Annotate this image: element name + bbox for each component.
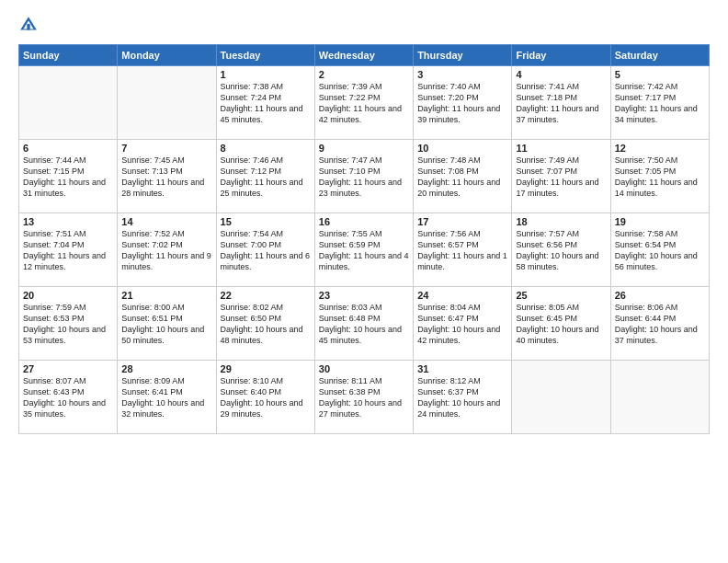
calendar-cell: 24Sunrise: 8:04 AM Sunset: 6:47 PM Dayli… — [414, 287, 512, 361]
day-info: Sunrise: 7:42 AM Sunset: 7:17 PM Dayligh… — [615, 81, 705, 126]
calendar-cell: 23Sunrise: 8:03 AM Sunset: 6:48 PM Dayli… — [314, 287, 413, 361]
day-number: 6 — [23, 143, 113, 154]
calendar-cell: 6Sunrise: 7:44 AM Sunset: 7:15 PM Daylig… — [19, 140, 118, 213]
day-info: Sunrise: 7:39 AM Sunset: 7:22 PM Dayligh… — [319, 81, 409, 126]
day-info: Sunrise: 7:40 AM Sunset: 7:20 PM Dayligh… — [417, 81, 507, 126]
day-number: 15 — [221, 216, 311, 227]
calendar-cell: 10Sunrise: 7:48 AM Sunset: 7:08 PM Dayli… — [414, 140, 512, 213]
day-number: 22 — [221, 290, 311, 301]
calendar-cell: 1Sunrise: 7:38 AM Sunset: 7:24 PM Daylig… — [216, 66, 314, 140]
logo-icon — [18, 15, 39, 35]
day-info: Sunrise: 7:49 AM Sunset: 7:07 PM Dayligh… — [516, 155, 606, 200]
calendar-cell: 2Sunrise: 7:39 AM Sunset: 7:22 PM Daylig… — [314, 66, 413, 140]
calendar-cell: 19Sunrise: 7:58 AM Sunset: 6:54 PM Dayli… — [610, 213, 709, 287]
day-info: Sunrise: 8:11 AM Sunset: 6:38 PM Dayligh… — [319, 375, 409, 420]
header-cell-monday: Monday — [118, 45, 216, 66]
calendar-cell: 4Sunrise: 7:41 AM Sunset: 7:18 PM Daylig… — [512, 66, 610, 140]
day-number: 21 — [121, 290, 211, 301]
header-cell-saturday: Saturday — [610, 45, 709, 66]
calendar-cell — [19, 66, 118, 140]
calendar-cell: 9Sunrise: 7:47 AM Sunset: 7:10 PM Daylig… — [314, 140, 413, 213]
day-number: 23 — [319, 290, 409, 301]
page: SundayMondayTuesdayWednesdayThursdayFrid… — [0, 0, 728, 563]
day-info: Sunrise: 8:06 AM Sunset: 6:44 PM Dayligh… — [615, 302, 705, 347]
day-info: Sunrise: 7:57 AM Sunset: 6:56 PM Dayligh… — [516, 228, 606, 273]
header-cell-tuesday: Tuesday — [216, 45, 314, 66]
calendar-cell: 17Sunrise: 7:56 AM Sunset: 6:57 PM Dayli… — [414, 213, 512, 287]
day-info: Sunrise: 8:04 AM Sunset: 6:47 PM Dayligh… — [417, 302, 507, 347]
calendar-cell: 18Sunrise: 7:57 AM Sunset: 6:56 PM Dayli… — [512, 213, 610, 287]
day-info: Sunrise: 8:02 AM Sunset: 6:50 PM Dayligh… — [221, 302, 311, 347]
calendar-cell: 29Sunrise: 8:10 AM Sunset: 6:40 PM Dayli… — [216, 361, 314, 434]
day-number: 8 — [221, 143, 311, 154]
calendar-cell: 7Sunrise: 7:45 AM Sunset: 7:13 PM Daylig… — [118, 140, 216, 213]
calendar-cell: 28Sunrise: 8:09 AM Sunset: 6:41 PM Dayli… — [118, 361, 216, 434]
calendar-cell — [610, 361, 709, 434]
day-info: Sunrise: 7:56 AM Sunset: 6:57 PM Dayligh… — [417, 228, 507, 273]
header — [18, 15, 710, 35]
day-info: Sunrise: 7:55 AM Sunset: 6:59 PM Dayligh… — [319, 228, 409, 273]
day-number: 7 — [121, 143, 211, 154]
day-number: 14 — [121, 216, 211, 227]
day-number: 4 — [516, 69, 606, 80]
day-number: 10 — [417, 143, 507, 154]
calendar-cell — [118, 66, 216, 140]
day-info: Sunrise: 8:05 AM Sunset: 6:45 PM Dayligh… — [516, 302, 606, 347]
day-info: Sunrise: 7:46 AM Sunset: 7:12 PM Dayligh… — [221, 155, 311, 200]
day-number: 12 — [615, 143, 705, 154]
week-row-3: 13Sunrise: 7:51 AM Sunset: 7:04 PM Dayli… — [19, 213, 710, 287]
day-number: 19 — [615, 216, 705, 227]
calendar-header: SundayMondayTuesdayWednesdayThursdayFrid… — [19, 45, 710, 66]
day-info: Sunrise: 7:48 AM Sunset: 7:08 PM Dayligh… — [417, 155, 507, 200]
day-number: 9 — [319, 143, 409, 154]
day-number: 31 — [417, 363, 507, 374]
header-cell-thursday: Thursday — [414, 45, 512, 66]
calendar-cell: 3Sunrise: 7:40 AM Sunset: 7:20 PM Daylig… — [414, 66, 512, 140]
day-info: Sunrise: 7:44 AM Sunset: 7:15 PM Dayligh… — [23, 155, 113, 200]
day-number: 30 — [319, 363, 409, 374]
day-info: Sunrise: 7:38 AM Sunset: 7:24 PM Dayligh… — [221, 81, 311, 126]
day-info: Sunrise: 8:03 AM Sunset: 6:48 PM Dayligh… — [319, 302, 409, 347]
calendar-cell: 22Sunrise: 8:02 AM Sunset: 6:50 PM Dayli… — [216, 287, 314, 361]
day-info: Sunrise: 7:50 AM Sunset: 7:05 PM Dayligh… — [615, 155, 705, 200]
calendar-cell: 26Sunrise: 8:06 AM Sunset: 6:44 PM Dayli… — [610, 287, 709, 361]
day-info: Sunrise: 7:41 AM Sunset: 7:18 PM Dayligh… — [516, 81, 606, 126]
header-cell-friday: Friday — [512, 45, 610, 66]
calendar-cell: 27Sunrise: 8:07 AM Sunset: 6:43 PM Dayli… — [19, 361, 118, 434]
header-cell-wednesday: Wednesday — [314, 45, 413, 66]
calendar-cell: 31Sunrise: 8:12 AM Sunset: 6:37 PM Dayli… — [414, 361, 512, 434]
calendar-cell: 21Sunrise: 8:00 AM Sunset: 6:51 PM Dayli… — [118, 287, 216, 361]
day-info: Sunrise: 8:09 AM Sunset: 6:41 PM Dayligh… — [121, 375, 211, 420]
day-info: Sunrise: 7:58 AM Sunset: 6:54 PM Dayligh… — [615, 228, 705, 273]
calendar-cell: 11Sunrise: 7:49 AM Sunset: 7:07 PM Dayli… — [512, 140, 610, 213]
calendar-cell: 16Sunrise: 7:55 AM Sunset: 6:59 PM Dayli… — [314, 213, 413, 287]
day-info: Sunrise: 7:45 AM Sunset: 7:13 PM Dayligh… — [121, 155, 211, 200]
day-number: 24 — [417, 290, 507, 301]
calendar-cell: 14Sunrise: 7:52 AM Sunset: 7:02 PM Dayli… — [118, 213, 216, 287]
day-info: Sunrise: 8:07 AM Sunset: 6:43 PM Dayligh… — [23, 375, 113, 420]
calendar-cell: 20Sunrise: 7:59 AM Sunset: 6:53 PM Dayli… — [19, 287, 118, 361]
calendar-cell: 5Sunrise: 7:42 AM Sunset: 7:17 PM Daylig… — [610, 66, 709, 140]
calendar-body: 1Sunrise: 7:38 AM Sunset: 7:24 PM Daylig… — [19, 66, 710, 434]
day-info: Sunrise: 8:12 AM Sunset: 6:37 PM Dayligh… — [417, 375, 507, 420]
day-number: 25 — [516, 290, 606, 301]
day-info: Sunrise: 7:52 AM Sunset: 7:02 PM Dayligh… — [121, 228, 211, 273]
calendar-cell: 12Sunrise: 7:50 AM Sunset: 7:05 PM Dayli… — [610, 140, 709, 213]
day-info: Sunrise: 7:54 AM Sunset: 7:00 PM Dayligh… — [221, 228, 311, 273]
day-number: 11 — [516, 143, 606, 154]
day-info: Sunrise: 7:59 AM Sunset: 6:53 PM Dayligh… — [23, 302, 113, 347]
week-row-5: 27Sunrise: 8:07 AM Sunset: 6:43 PM Dayli… — [19, 361, 710, 434]
day-number: 1 — [221, 69, 311, 80]
svg-rect-2 — [27, 24, 29, 30]
day-info: Sunrise: 8:10 AM Sunset: 6:40 PM Dayligh… — [221, 375, 311, 420]
day-number: 2 — [319, 69, 409, 80]
day-number: 27 — [23, 363, 113, 374]
calendar-table: SundayMondayTuesdayWednesdayThursdayFrid… — [18, 44, 710, 434]
day-number: 13 — [23, 216, 113, 227]
day-number: 17 — [417, 216, 507, 227]
day-number: 16 — [319, 216, 409, 227]
week-row-4: 20Sunrise: 7:59 AM Sunset: 6:53 PM Dayli… — [19, 287, 710, 361]
day-number: 5 — [615, 69, 705, 80]
week-row-1: 1Sunrise: 7:38 AM Sunset: 7:24 PM Daylig… — [19, 66, 710, 140]
calendar-cell: 30Sunrise: 8:11 AM Sunset: 6:38 PM Dayli… — [314, 361, 413, 434]
